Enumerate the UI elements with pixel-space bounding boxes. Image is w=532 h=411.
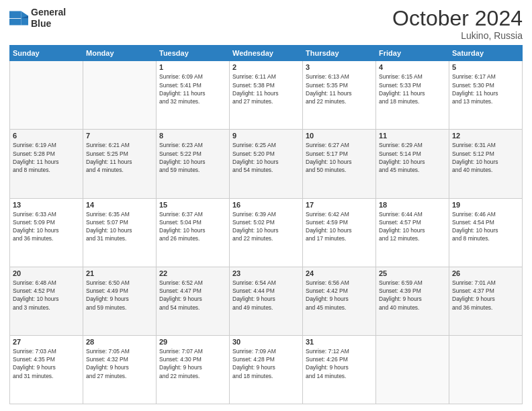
cell-day bbox=[376, 335, 449, 404]
day-number: 17 bbox=[306, 201, 373, 209]
day-info: Sunrise: 6:19 AM Sunset: 5:28 PM Dayligh… bbox=[13, 141, 80, 174]
cell-day: 10Sunrise: 6:27 AM Sunset: 5:17 PM Dayli… bbox=[303, 130, 376, 198]
day-info: Sunrise: 6:54 AM Sunset: 4:44 PM Dayligh… bbox=[232, 279, 300, 312]
cell-day: 21Sunrise: 6:50 AM Sunset: 4:49 PM Dayli… bbox=[83, 267, 157, 335]
month-title: October 2024 bbox=[392, 7, 523, 30]
day-info: Sunrise: 6:50 AM Sunset: 4:49 PM Dayligh… bbox=[86, 279, 153, 312]
cell-day: 18Sunrise: 6:44 AM Sunset: 4:57 PM Dayli… bbox=[376, 198, 449, 267]
day-number: 18 bbox=[379, 201, 446, 209]
day-number: 3 bbox=[306, 63, 373, 71]
day-info: Sunrise: 6:33 AM Sunset: 5:09 PM Dayligh… bbox=[13, 210, 80, 243]
cell-day: 11Sunrise: 6:29 AM Sunset: 5:14 PM Dayli… bbox=[376, 130, 449, 198]
cell-day: 24Sunrise: 6:56 AM Sunset: 4:42 PM Dayli… bbox=[303, 267, 376, 335]
day-info: Sunrise: 6:44 AM Sunset: 4:57 PM Dayligh… bbox=[379, 210, 446, 243]
cell-day bbox=[449, 335, 523, 404]
cell-day: 12Sunrise: 6:31 AM Sunset: 5:12 PM Dayli… bbox=[449, 130, 523, 198]
page: General Blue October 2024 Lukino, Russia… bbox=[0, 0, 532, 411]
day-number: 9 bbox=[232, 132, 300, 140]
cell-day: 16Sunrise: 6:39 AM Sunset: 5:02 PM Dayli… bbox=[230, 198, 303, 267]
day-info: Sunrise: 7:09 AM Sunset: 4:28 PM Dayligh… bbox=[232, 347, 300, 380]
day-info: Sunrise: 6:15 AM Sunset: 5:33 PM Dayligh… bbox=[379, 73, 446, 105]
week-row-5: 27Sunrise: 7:03 AM Sunset: 4:35 PM Dayli… bbox=[10, 335, 523, 404]
day-info: Sunrise: 6:25 AM Sunset: 5:20 PM Dayligh… bbox=[232, 141, 300, 174]
day-number: 23 bbox=[232, 269, 300, 277]
col-saturday: Saturday bbox=[449, 46, 523, 61]
header: General Blue October 2024 Lukino, Russia bbox=[9, 7, 523, 41]
day-number: 20 bbox=[13, 269, 80, 277]
cell-day: 4Sunrise: 6:15 AM Sunset: 5:33 PM Daylig… bbox=[376, 61, 449, 130]
cell-day bbox=[10, 61, 83, 130]
logo: General Blue bbox=[9, 7, 66, 30]
cell-day: 26Sunrise: 7:01 AM Sunset: 4:37 PM Dayli… bbox=[449, 267, 523, 335]
logo-icon bbox=[9, 9, 28, 28]
day-info: Sunrise: 6:13 AM Sunset: 5:35 PM Dayligh… bbox=[306, 73, 373, 105]
day-number: 26 bbox=[452, 269, 519, 277]
day-info: Sunrise: 6:37 AM Sunset: 5:04 PM Dayligh… bbox=[159, 210, 226, 243]
day-info: Sunrise: 7:12 AM Sunset: 4:26 PM Dayligh… bbox=[306, 347, 373, 380]
cell-day: 3Sunrise: 6:13 AM Sunset: 5:35 PM Daylig… bbox=[303, 61, 376, 130]
cell-day: 19Sunrise: 6:46 AM Sunset: 4:54 PM Dayli… bbox=[449, 198, 523, 267]
cell-day: 25Sunrise: 6:59 AM Sunset: 4:39 PM Dayli… bbox=[376, 267, 449, 335]
cell-day: 27Sunrise: 7:03 AM Sunset: 4:35 PM Dayli… bbox=[10, 335, 83, 404]
cell-day: 17Sunrise: 6:42 AM Sunset: 4:59 PM Dayli… bbox=[303, 198, 376, 267]
day-number: 8 bbox=[159, 132, 226, 140]
day-info: Sunrise: 6:56 AM Sunset: 4:42 PM Dayligh… bbox=[306, 279, 373, 312]
day-number: 6 bbox=[13, 132, 80, 140]
cell-day: 31Sunrise: 7:12 AM Sunset: 4:26 PM Dayli… bbox=[303, 335, 376, 404]
svg-rect-3 bbox=[9, 19, 21, 26]
day-number: 11 bbox=[379, 132, 446, 140]
location: Lukino, Russia bbox=[392, 30, 523, 41]
cell-day: 8Sunrise: 6:23 AM Sunset: 5:22 PM Daylig… bbox=[157, 130, 230, 198]
calendar-body: 1Sunrise: 6:09 AM Sunset: 5:41 PM Daylig… bbox=[10, 61, 523, 404]
day-number: 12 bbox=[452, 132, 519, 140]
cell-day: 22Sunrise: 6:52 AM Sunset: 4:47 PM Dayli… bbox=[157, 267, 230, 335]
col-tuesday: Tuesday bbox=[157, 46, 230, 61]
day-number: 1 bbox=[159, 63, 226, 71]
day-number: 25 bbox=[379, 269, 446, 277]
cell-day: 28Sunrise: 7:05 AM Sunset: 4:32 PM Dayli… bbox=[83, 335, 157, 404]
day-number: 29 bbox=[159, 338, 226, 346]
day-number: 13 bbox=[13, 201, 80, 209]
day-info: Sunrise: 6:11 AM Sunset: 5:38 PM Dayligh… bbox=[232, 73, 300, 105]
day-number: 7 bbox=[86, 132, 153, 140]
calendar-table: Sunday Monday Tuesday Wednesday Thursday… bbox=[9, 45, 523, 404]
day-info: Sunrise: 6:42 AM Sunset: 4:59 PM Dayligh… bbox=[306, 210, 373, 243]
cell-day: 14Sunrise: 6:35 AM Sunset: 5:07 PM Dayli… bbox=[83, 198, 157, 267]
cell-day: 5Sunrise: 6:17 AM Sunset: 5:30 PM Daylig… bbox=[449, 61, 523, 130]
day-info: Sunrise: 6:23 AM Sunset: 5:22 PM Dayligh… bbox=[159, 141, 226, 174]
day-number: 5 bbox=[452, 63, 519, 71]
day-info: Sunrise: 6:27 AM Sunset: 5:17 PM Dayligh… bbox=[306, 141, 373, 174]
week-row-2: 6Sunrise: 6:19 AM Sunset: 5:28 PM Daylig… bbox=[10, 130, 523, 198]
day-info: Sunrise: 6:52 AM Sunset: 4:47 PM Dayligh… bbox=[159, 279, 226, 312]
title-block: October 2024 Lukino, Russia bbox=[392, 7, 523, 41]
cell-day: 15Sunrise: 6:37 AM Sunset: 5:04 PM Dayli… bbox=[157, 198, 230, 267]
cell-day: 6Sunrise: 6:19 AM Sunset: 5:28 PM Daylig… bbox=[10, 130, 83, 198]
day-info: Sunrise: 6:35 AM Sunset: 5:07 PM Dayligh… bbox=[86, 210, 153, 243]
day-info: Sunrise: 6:59 AM Sunset: 4:39 PM Dayligh… bbox=[379, 279, 446, 312]
day-info: Sunrise: 6:46 AM Sunset: 4:54 PM Dayligh… bbox=[452, 210, 519, 243]
day-info: Sunrise: 7:07 AM Sunset: 4:30 PM Dayligh… bbox=[159, 347, 226, 380]
header-row: Sunday Monday Tuesday Wednesday Thursday… bbox=[10, 46, 523, 61]
logo-text: General Blue bbox=[31, 7, 66, 30]
svg-rect-2 bbox=[9, 11, 21, 18]
day-number: 10 bbox=[306, 132, 373, 140]
day-number: 31 bbox=[306, 338, 373, 346]
day-info: Sunrise: 6:09 AM Sunset: 5:41 PM Dayligh… bbox=[159, 73, 226, 105]
day-number: 15 bbox=[159, 201, 226, 209]
col-monday: Monday bbox=[83, 46, 157, 61]
day-info: Sunrise: 6:29 AM Sunset: 5:14 PM Dayligh… bbox=[379, 141, 446, 174]
week-row-1: 1Sunrise: 6:09 AM Sunset: 5:41 PM Daylig… bbox=[10, 61, 523, 130]
cell-day: 9Sunrise: 6:25 AM Sunset: 5:20 PM Daylig… bbox=[230, 130, 303, 198]
week-row-4: 20Sunrise: 6:48 AM Sunset: 4:52 PM Dayli… bbox=[10, 267, 523, 335]
week-row-3: 13Sunrise: 6:33 AM Sunset: 5:09 PM Dayli… bbox=[10, 198, 523, 267]
day-number: 21 bbox=[86, 269, 153, 277]
cell-day: 13Sunrise: 6:33 AM Sunset: 5:09 PM Dayli… bbox=[10, 198, 83, 267]
day-info: Sunrise: 7:05 AM Sunset: 4:32 PM Dayligh… bbox=[86, 347, 153, 380]
day-info: Sunrise: 7:01 AM Sunset: 4:37 PM Dayligh… bbox=[452, 279, 519, 312]
day-info: Sunrise: 6:48 AM Sunset: 4:52 PM Dayligh… bbox=[13, 279, 80, 312]
day-info: Sunrise: 6:31 AM Sunset: 5:12 PM Dayligh… bbox=[452, 141, 519, 174]
day-number: 16 bbox=[232, 201, 300, 209]
cell-day: 20Sunrise: 6:48 AM Sunset: 4:52 PM Dayli… bbox=[10, 267, 83, 335]
day-info: Sunrise: 7:03 AM Sunset: 4:35 PM Dayligh… bbox=[13, 347, 80, 380]
cell-day: 23Sunrise: 6:54 AM Sunset: 4:44 PM Dayli… bbox=[230, 267, 303, 335]
